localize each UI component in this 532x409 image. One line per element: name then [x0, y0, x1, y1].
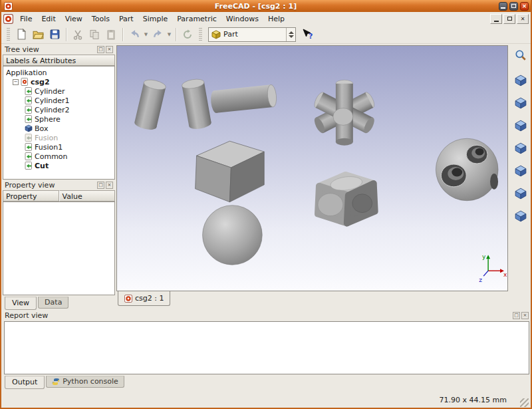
minimize-button[interactable] [499, 2, 507, 11]
close-icon: × [523, 313, 527, 318]
menu-help[interactable]: Help [263, 13, 289, 25]
open-file-button[interactable] [30, 27, 46, 43]
tree-item-label: Fusion [35, 134, 58, 142]
tree-column-header: Labels & Attributes [3, 55, 115, 66]
toolbar-handle[interactable] [199, 28, 202, 41]
close-button[interactable]: × [520, 2, 529, 11]
menu-file[interactable]: File [15, 13, 37, 25]
shape-sphere[interactable] [203, 205, 263, 265]
workbench-spin-buttons[interactable] [286, 28, 295, 41]
tree-float-button[interactable]: □ [97, 46, 104, 53]
part-feature-icon [25, 87, 33, 95]
report-output[interactable] [4, 321, 529, 374]
titlebar[interactable]: FreeCAD - [csg2 : 1] × [1, 0, 531, 12]
toolbar-separator [66, 28, 66, 41]
maximize-button[interactable] [509, 2, 518, 11]
new-file-button[interactable] [13, 27, 29, 43]
document-tab-csg2[interactable]: csg2 : 1 [118, 291, 170, 306]
tree-item-label: Fusion1 [35, 143, 63, 152]
redo-button[interactable] [150, 27, 166, 43]
shape-common[interactable] [318, 175, 375, 223]
paste-button[interactable] [103, 27, 119, 43]
redo-dropdown-button[interactable]: ▼ [166, 27, 172, 43]
collapse-icon[interactable]: − [13, 79, 19, 85]
view-bottom-button[interactable] [512, 185, 529, 202]
tab-view[interactable]: View [5, 297, 37, 310]
statusbar: 71.90 x 44.15 mm [1, 392, 531, 409]
tree-close-button[interactable]: × [106, 46, 113, 53]
part-feature-icon [25, 106, 33, 114]
tree-item-csg2[interactable]: − csg2 [3, 77, 114, 86]
view-rear-icon [515, 165, 527, 177]
mdi-close-button[interactable]: ✕ [517, 14, 529, 24]
report-close-button[interactable]: × [521, 312, 529, 319]
menu-part[interactable]: Part [114, 13, 138, 25]
tree-item-fusion1[interactable]: Fusion1 [3, 142, 114, 152]
menu-simple[interactable]: Simple [138, 13, 173, 25]
axis-y-label: y [482, 253, 486, 260]
document-icon[interactable] [3, 14, 13, 24]
freecad-document-icon [21, 78, 29, 86]
part-feature-icon-hidden [25, 134, 33, 142]
float-icon: □ [98, 47, 103, 52]
whats-this-button[interactable]: ? [299, 27, 315, 43]
view-left-button[interactable] [512, 207, 529, 225]
refresh-button[interactable] [180, 27, 196, 43]
cut-button[interactable] [70, 27, 86, 43]
view-left-icon [515, 210, 527, 222]
menu-parametric[interactable]: Parametric [172, 13, 221, 25]
tab-output[interactable]: Output [5, 376, 45, 389]
python-icon [52, 378, 60, 386]
freecad-app-icon[interactable] [3, 1, 13, 11]
resize-grip[interactable] [520, 398, 529, 407]
tree-item-cylinder[interactable]: Cylinder [3, 86, 114, 96]
shape-cut[interactable] [436, 138, 498, 200]
view-axonometric-button[interactable] [512, 72, 529, 89]
tree-item-box[interactable]: Box [3, 124, 114, 133]
tree-item-sphere[interactable]: Sphere [3, 114, 114, 124]
copy-button[interactable] [86, 27, 102, 43]
toolbar-handle[interactable] [7, 28, 10, 41]
property-close-button[interactable]: × [106, 182, 113, 189]
tree-item-cylinder2[interactable]: Cylinder2 [3, 105, 114, 114]
tree-item-application[interactable]: Applikation [3, 68, 114, 77]
tab-data[interactable]: Data [38, 297, 68, 309]
whats-this-icon: ? [301, 29, 313, 41]
save-file-button[interactable] [47, 27, 63, 43]
menu-windows[interactable]: Windows [221, 13, 263, 25]
chevron-down-icon: ▼ [168, 32, 171, 37]
menu-view[interactable]: View [61, 13, 87, 25]
view-front-button[interactable] [512, 94, 529, 112]
mdi-restore-button[interactable] [503, 14, 515, 24]
toolbar-separator [176, 28, 176, 41]
cut-icon [72, 29, 83, 40]
property-list[interactable] [3, 202, 115, 295]
tree-item-cylinder1[interactable]: Cylinder1 [3, 96, 114, 105]
undo-button[interactable] [126, 27, 142, 43]
3d-scene[interactable]: x y z [117, 46, 507, 291]
tab-python-console[interactable]: Python console [46, 376, 124, 388]
menubar: File Edit View Tools Part Simple Paramet… [1, 12, 531, 25]
report-float-button[interactable]: □ [513, 312, 520, 319]
part-feature-icon [25, 115, 33, 123]
view-top-button[interactable] [512, 117, 529, 134]
copy-icon [89, 29, 100, 40]
menu-edit[interactable]: Edit [37, 13, 60, 25]
tree-item-cut[interactable]: Cut [3, 161, 114, 170]
workbench-selector[interactable]: Part [208, 27, 296, 42]
tree-view[interactable]: Applikation − csg2 Cylinder Cylinder1 [3, 66, 115, 180]
property-float-button[interactable]: □ [97, 182, 104, 189]
menu-tools[interactable]: Tools [87, 13, 114, 25]
view-rear-button[interactable] [512, 162, 529, 180]
view-right-button[interactable] [512, 140, 529, 157]
axis-x-label: x [503, 271, 507, 278]
property-panel-title: Property view [5, 181, 96, 190]
3d-viewport[interactable]: x y z [116, 45, 508, 291]
undo-dropdown-button[interactable]: ▼ [143, 27, 149, 43]
tree-item-common[interactable]: Common [3, 152, 114, 161]
view-bottom-icon [515, 188, 527, 200]
tree-item-fusion[interactable]: Fusion [3, 133, 114, 142]
zoom-fit-button[interactable] [512, 47, 529, 64]
mdi-minimize-button[interactable] [490, 14, 502, 24]
new-file-icon [16, 29, 27, 40]
